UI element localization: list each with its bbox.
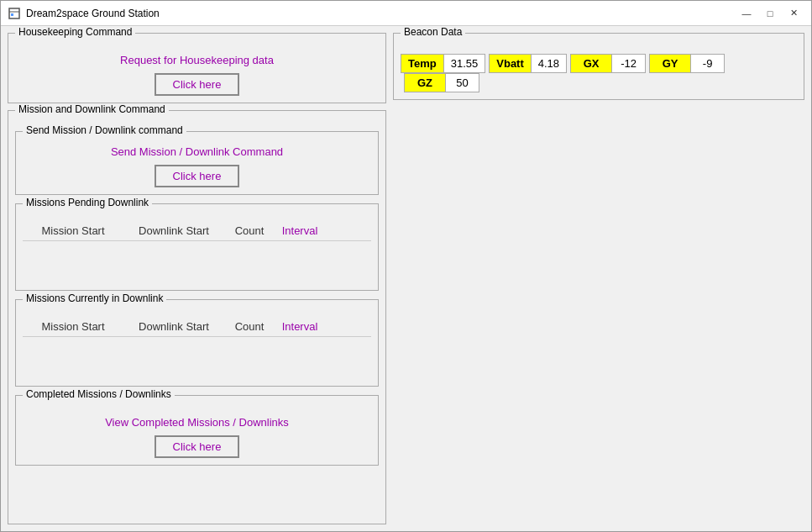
beacon-gx-pair: GX -12 bbox=[570, 54, 646, 73]
beacon-temp-label: Temp bbox=[401, 54, 444, 73]
missions-pending-content: Mission Start Downlink Start Count Inter… bbox=[23, 224, 371, 283]
content-area: Housekeeping Command Request for Houseke… bbox=[1, 26, 811, 531]
housekeeping-content: Request for Housekeeping data Click here bbox=[15, 54, 379, 96]
beacon-vbatt-pair: Vbatt 4.18 bbox=[489, 54, 567, 73]
beacon-title: Beacon Data bbox=[401, 26, 465, 38]
send-mission-group: Send Mission / Downlink command Send Mis… bbox=[15, 131, 379, 195]
completed-missions-group: Completed Missions / Downlinks View Comp… bbox=[15, 395, 379, 466]
pending-col-mission-start: Mission Start bbox=[23, 224, 123, 237]
beacon-data-row: Temp 31.55 Vbatt 4.18 GX -12 GY bbox=[401, 54, 797, 92]
beacon-temp-value: 31.55 bbox=[444, 54, 486, 73]
missions-currently-header: Mission Start Downlink Start Count Inter… bbox=[23, 320, 371, 337]
pending-col-count: Count bbox=[224, 224, 275, 237]
missions-pending-body bbox=[23, 241, 371, 283]
maximize-button[interactable]: □ bbox=[759, 5, 781, 22]
beacon-gx-value: -12 bbox=[612, 54, 646, 73]
svg-rect-0 bbox=[9, 8, 19, 18]
missions-pending-header: Mission Start Downlink Start Count Inter… bbox=[23, 224, 371, 241]
send-mission-title: Send Mission / Downlink command bbox=[23, 124, 186, 136]
beacon-vbatt-value: 4.18 bbox=[532, 54, 567, 73]
missions-pending-title: Missions Pending Downlink bbox=[23, 197, 152, 208]
beacon-temp-pair: Temp 31.55 bbox=[401, 54, 485, 73]
window-controls: — □ ✕ bbox=[736, 5, 804, 22]
mission-downlink-content: Send Mission / Downlink command Send Mis… bbox=[15, 131, 379, 466]
housekeeping-description: Request for Housekeeping data bbox=[15, 54, 379, 66]
beacon-gy-value: -9 bbox=[691, 54, 725, 73]
completed-missions-content: View Completed Missions / Downlinks Clic… bbox=[23, 416, 371, 458]
beacon-content: Temp 31.55 Vbatt 4.18 GX -12 GY bbox=[401, 54, 797, 92]
app-icon bbox=[8, 7, 21, 20]
mission-downlink-group: Mission and Downlink Command Send Missio… bbox=[8, 110, 386, 524]
right-panel: Beacon Data Temp 31.55 Vbatt 4.18 GX bbox=[393, 33, 804, 524]
window-title: Dream2space Ground Station bbox=[26, 8, 736, 19]
left-panel: Housekeeping Command Request for Houseke… bbox=[8, 33, 386, 524]
beacon-gz-label: GZ bbox=[404, 73, 446, 92]
main-window: Dream2space Ground Station — □ ✕ Houseke… bbox=[0, 0, 812, 532]
beacon-gx-label: GX bbox=[570, 54, 612, 73]
missions-currently-title: Missions Currently in Downlink bbox=[23, 292, 166, 304]
beacon-gz-value: 50 bbox=[446, 73, 479, 92]
beacon-gy-label: GY bbox=[649, 54, 691, 73]
close-button[interactable]: ✕ bbox=[783, 5, 804, 22]
mission-downlink-title: Mission and Downlink Command bbox=[15, 103, 169, 115]
housekeeping-title: Housekeeping Command bbox=[15, 26, 135, 38]
completed-missions-title: Completed Missions / Downlinks bbox=[23, 388, 175, 400]
send-mission-click-button[interactable]: Click here bbox=[155, 165, 240, 187]
housekeeping-btn-container: Click here bbox=[15, 73, 379, 96]
completed-missions-description: View Completed Missions / Downlinks bbox=[23, 416, 371, 429]
svg-rect-2 bbox=[11, 13, 13, 16]
send-mission-btn-container: Click here bbox=[23, 165, 371, 187]
housekeeping-group: Housekeeping Command Request for Houseke… bbox=[8, 33, 386, 103]
beacon-group: Beacon Data Temp 31.55 Vbatt 4.18 GX bbox=[393, 33, 804, 100]
pending-col-interval: Interval bbox=[275, 224, 325, 237]
missions-currently-group: Missions Currently in Downlink Mission S… bbox=[15, 299, 379, 387]
completed-missions-btn-container: Click here bbox=[23, 435, 371, 458]
missions-pending-group: Missions Pending Downlink Mission Start … bbox=[15, 203, 379, 291]
send-mission-description: Send Mission / Downlink Command bbox=[23, 145, 371, 158]
missions-currently-content: Mission Start Downlink Start Count Inter… bbox=[23, 320, 371, 379]
missions-currently-body bbox=[23, 337, 371, 379]
pending-col-downlink-start: Downlink Start bbox=[123, 224, 224, 237]
minimize-button[interactable]: — bbox=[736, 5, 757, 22]
title-bar: Dream2space Ground Station — □ ✕ bbox=[1, 1, 811, 26]
completed-missions-click-button[interactable]: Click here bbox=[155, 435, 240, 458]
housekeeping-click-button[interactable]: Click here bbox=[155, 73, 240, 96]
beacon-gz-pair: GZ 50 bbox=[404, 73, 479, 92]
currently-col-interval: Interval bbox=[275, 320, 325, 333]
currently-col-downlink-start: Downlink Start bbox=[123, 320, 224, 333]
beacon-vbatt-label: Vbatt bbox=[489, 54, 532, 73]
beacon-gy-pair: GY -9 bbox=[649, 54, 725, 73]
currently-col-mission-start: Mission Start bbox=[23, 320, 123, 333]
send-mission-content: Send Mission / Downlink Command Click he… bbox=[23, 145, 371, 187]
currently-col-count: Count bbox=[224, 320, 275, 333]
